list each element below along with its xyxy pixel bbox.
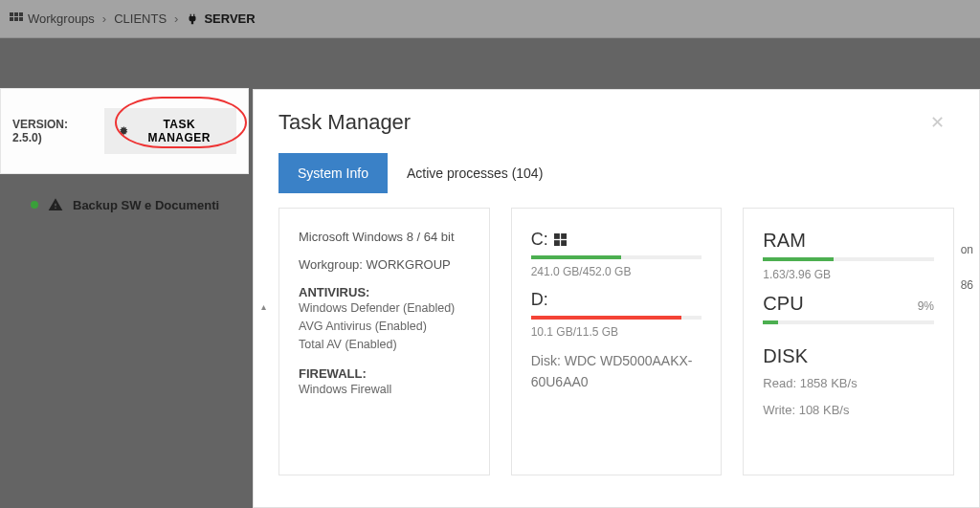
firewall-label: FIREWALL:: [299, 366, 470, 381]
disk-read: Read: 1858 KB/s: [763, 373, 934, 394]
cpu-percent: 9%: [918, 299, 934, 313]
backup-label: Backup SW e Documenti: [73, 198, 219, 212]
status-dot-green: [31, 201, 38, 209]
drive-c-bar: [531, 255, 702, 259]
warning-icon: [48, 197, 63, 212]
version-label: VERSION: 2.5.0): [12, 118, 91, 144]
disk-card: C: 241.0 GB/452.0 GB D: 10.1 GB/11.5 GB …: [511, 208, 723, 475]
tab-bar: System Info Active processes (104) ▴: [254, 153, 979, 193]
os-line: Microsoft Windows 8 / 64 bit: [299, 230, 470, 244]
disk-stats-label: DISK: [763, 345, 934, 367]
svg-rect-9: [561, 240, 567, 246]
svg-rect-6: [554, 233, 560, 239]
disk-write: Write: 108 KB/s: [763, 400, 934, 421]
antivirus-label: ANTIVIRUS:: [299, 285, 470, 299]
workgroup-line: Workgroup: WORKGROUP: [299, 257, 470, 272]
svg-rect-8: [554, 240, 560, 246]
svg-rect-7: [561, 233, 567, 239]
cpu-bar: [763, 320, 934, 324]
system-info-card: Microsoft Windows 8 / 64 bit Workgroup: …: [278, 208, 490, 475]
antivirus-item: Windows Defender (Enabled): [299, 299, 470, 318]
cpu-label: CPU: [763, 293, 803, 315]
modal-title: Task Manager: [278, 110, 411, 135]
task-manager-modal: Task Manager ✕ System Info Active proces…: [253, 89, 980, 508]
side-panel: VERSION: 2.5.0) TASK MANAGER: [0, 88, 249, 174]
ram-label: RAM: [763, 230, 934, 252]
drive-d-usage: 10.1 GB/11.5 GB: [531, 325, 702, 339]
burst-icon: [118, 124, 129, 138]
bg-fragment: on: [961, 243, 973, 256]
drive-d-label: D:: [531, 290, 702, 310]
drive-d-bar: [531, 316, 702, 320]
ram-bar: [763, 257, 934, 261]
bg-fragment: 86: [961, 278, 973, 292]
drive-c-label: C:: [531, 230, 702, 250]
firewall-item: Windows Firewall: [299, 381, 470, 399]
tab-active-processes[interactable]: Active processes (104): [388, 153, 562, 193]
ram-usage: 1.63/3.96 GB: [763, 268, 934, 281]
disk-model: Disk: WDC WD5000AAKX-60U6AA0: [531, 350, 702, 393]
close-icon[interactable]: ✕: [921, 108, 954, 137]
tab-system-info[interactable]: System Info: [278, 153, 388, 193]
antivirus-item: Total AV (Enabled): [299, 336, 470, 354]
scroll-arrow-icon: ▴: [261, 301, 266, 312]
windows-icon: [554, 233, 567, 246]
task-manager-button[interactable]: TASK MANAGER: [104, 108, 236, 154]
drive-c-usage: 241.0 GB/452.0 GB: [531, 265, 702, 278]
antivirus-item: AVG Antivirus (Enabled): [299, 318, 470, 336]
backup-item[interactable]: Backup SW e Documenti: [2, 188, 248, 222]
stats-card: RAM 1.63/3.96 GB CPU 9% DISK Read: 1858 …: [743, 208, 954, 475]
